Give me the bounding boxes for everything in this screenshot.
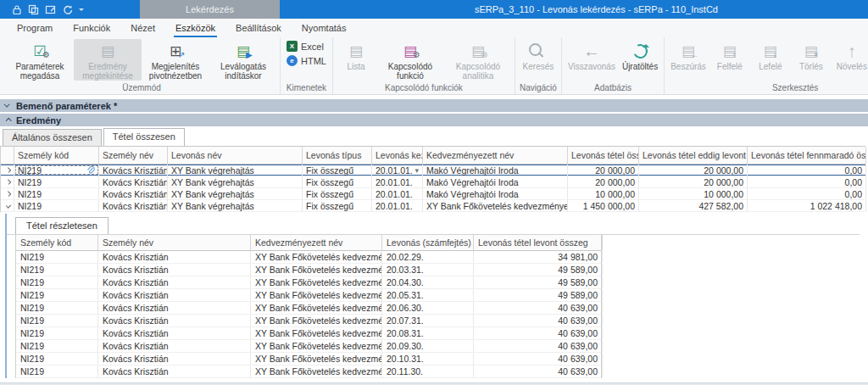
column-header[interactable]: Levonás tétel fennmaradó összeg <box>748 147 866 164</box>
context-tab-lekerdezes[interactable]: Lekérdezés <box>140 0 280 19</box>
ribbon-group-uzemmod: Paraméterek megadása Eredmény megtekinté… <box>3 37 281 94</box>
table-row[interactable]: NI219 Kovács Krisztián XY Bank Főkövetel… <box>16 327 601 340</box>
table-row[interactable]: NI219 Kovács Krisztián XY Bank végrehajt… <box>1 200 865 212</box>
column-header[interactable]: Levonás típus <box>303 147 372 164</box>
ribbon: Paraméterek megadása Eredmény megtekinté… <box>0 37 868 95</box>
search-mag-icon <box>521 40 555 62</box>
column-header[interactable]: Levonás tétel levont összeg <box>474 235 603 250</box>
column-header[interactable]: Levonás tétel összeg <box>568 147 639 164</box>
ribbon-button[interactable]: HTML <box>283 53 330 68</box>
chevron-up-icon <box>6 118 12 124</box>
ribbon-button: Lista <box>336 39 376 71</box>
table-row[interactable]: NI219 Kovács Krisztián XY Bank Főkövetel… <box>16 302 601 315</box>
ribbon-group-navigacio: Keresés Navigáció <box>515 37 562 94</box>
ribbon-button[interactable]: Excel <box>283 39 330 53</box>
master-grid-header: Személy kód Személy név Levonás név Levo… <box>1 147 865 165</box>
attachment-paperclip-icon[interactable] <box>86 165 95 175</box>
params-checklist-icon <box>9 40 70 62</box>
column-header[interactable]: Személy kód <box>16 235 98 250</box>
html-icon <box>287 55 298 66</box>
list-doc-icon <box>339 40 373 62</box>
ribbon-group-label: Navigáció <box>518 82 559 94</box>
table-row[interactable]: NI219 Kovács Krisztián XY Bank Főkövetel… <box>16 340 601 353</box>
date-dropdown-icon[interactable]: ▾ <box>415 166 419 175</box>
table-row[interactable]: NI219 Kovács Krisztián XY Bank végrehajt… <box>1 165 865 176</box>
menu-item[interactable]: Nyomtatás <box>292 19 357 37</box>
column-header[interactable]: Személy kód <box>14 147 99 164</box>
related-analytics-icon <box>448 40 509 62</box>
ribbon-group-adatbazis: Visszavonás Újratöltés Adatbázis <box>562 37 665 94</box>
ribbon-button: Keresés <box>518 39 559 71</box>
column-header[interactable]: Levonás kezdete <box>372 147 423 164</box>
undo-arrow-icon <box>568 40 615 62</box>
ribbon-group-label: Kimenetek <box>283 82 330 94</box>
result-tabs: Általános összesen Tétel összesen <box>0 126 868 146</box>
ribbon-button[interactable]: Újratöltés <box>619 39 661 71</box>
edit-window-icon[interactable] <box>45 4 56 15</box>
increase-icon <box>835 40 868 62</box>
section-header-eredmeny[interactable]: Eredmény <box>0 114 868 126</box>
master-grid: Személy kód Személy név Levonás név Levo… <box>0 146 865 212</box>
ribbon-button[interactable]: Kapcsolódó funkció <box>376 39 444 81</box>
detail-grid: Személy kód Személy név Kedvezményezett … <box>15 234 602 378</box>
menu-item[interactable]: Program <box>7 19 63 37</box>
row-expand-icon[interactable] <box>6 191 11 196</box>
column-header[interactable]: Személy név <box>98 235 251 250</box>
column-header[interactable]: Kedvezményezett név <box>423 147 568 164</box>
refresh-icon[interactable] <box>62 4 73 15</box>
detail-grid-header: Személy kód Személy név Kedvezményezett … <box>16 234 601 251</box>
menu-item[interactable]: Funkciók <box>63 19 120 37</box>
expand-column-header <box>1 147 14 164</box>
table-row[interactable]: NI219 Kovács Krisztián XY Bank végrehajt… <box>1 176 865 188</box>
ribbon-button: Visszavonás <box>565 39 619 71</box>
lock-icon[interactable] <box>12 4 22 15</box>
menu-item[interactable]: Nézet <box>120 19 165 37</box>
row-expand-icon[interactable] <box>6 167 11 172</box>
ribbon-button: Törlés <box>791 39 832 71</box>
result-view-icon <box>77 40 138 62</box>
ribbon-button[interactable]: Megjelenítés pivotnézetben <box>142 39 209 81</box>
ribbon-button: Kapcsolódó analitika <box>444 39 512 81</box>
table-row[interactable]: NI219 Kovács Krisztián XY Bank végrehajt… <box>1 188 865 200</box>
result-tab[interactable]: Általános összesen <box>3 129 102 146</box>
ribbon-group-label: Kapcsolódó funkciók <box>336 82 512 94</box>
menu-item[interactable]: Beállítások <box>225 19 292 37</box>
table-row[interactable]: NI219 Kovács Krisztián XY Bank Főkövetel… <box>16 353 601 365</box>
table-row[interactable]: NI219 Kovács Krisztián XY Bank Főkövetel… <box>16 315 601 327</box>
dropdown-caret-icon[interactable] <box>79 8 84 14</box>
autorun-list-icon <box>213 40 274 62</box>
table-row[interactable]: NI219 Kovács Krisztián XY Bank Főkövetel… <box>16 365 601 378</box>
table-row[interactable]: NI219 Kovács Krisztián XY Bank Főkövetel… <box>16 251 601 264</box>
reload-icon <box>622 40 658 62</box>
ribbon-button: Lefelé <box>750 39 791 71</box>
ribbon-group-szerkesztes: Beszúrás Felfelé Lefelé Törlés <box>665 37 868 94</box>
table-row[interactable]: NI219 Kovács Krisztián XY Bank Főkövetel… <box>16 276 601 289</box>
row-expand-icon[interactable] <box>6 179 11 184</box>
table-row[interactable]: NI219 Kovács Krisztián XY Bank Főkövetel… <box>16 289 601 302</box>
insert-row-icon <box>670 40 706 62</box>
window-title: sERPa_3_110 - Levonás lekérdezés - sERPa… <box>475 0 718 19</box>
detail-tab-tetel-reszletesen[interactable]: Tétel részletesen <box>15 217 108 234</box>
menubar: Program Funkciók Nézet Eszközök Beállítá… <box>0 19 868 37</box>
ribbon-group-kimenetek: Excel HTML Kimenetek <box>281 37 333 94</box>
ribbon-button[interactable]: Paraméterek megadása <box>6 39 74 81</box>
detail-region: Tétel részletesen Személy kód Személy né… <box>15 216 868 378</box>
ribbon-group-kapcsolodo-funkciok: Lista Kapcsolódó funkció Kapcsolódó anal… <box>333 37 515 94</box>
detail-grid-body: NI219 Kovács Krisztián XY Bank Főkövetel… <box>16 251 601 378</box>
master-grid-body: NI219 Kovács Krisztián XY Bank végrehajt… <box>1 165 865 212</box>
ribbon-button[interactable]: Leválogatás indításkor <box>209 39 277 81</box>
column-header[interactable]: Kedvezményezett név <box>251 235 382 250</box>
column-header[interactable]: Levonás (számfejtés) dátum <box>382 235 474 250</box>
table-row[interactable]: NI219 Kovács Krisztián XY Bank Főkövetel… <box>16 264 601 276</box>
result-tab[interactable]: Tétel összesen <box>103 128 185 146</box>
column-header[interactable]: Levonás név <box>168 147 303 164</box>
menu-item[interactable]: Eszközök <box>165 19 225 37</box>
column-header[interactable]: Személy név <box>99 147 168 164</box>
ribbon-button: Beszúrás <box>667 39 709 71</box>
section-header-bemeno-parameterek[interactable]: Bemenő paraméterek * <box>0 99 868 112</box>
related-function-icon <box>380 40 441 62</box>
ribbon-button: Felfelé <box>709 39 750 71</box>
copy-icon[interactable] <box>28 4 39 15</box>
column-header[interactable]: Levonás tétel eddig levont összeg <box>639 147 748 164</box>
row-expand-icon[interactable] <box>6 203 11 208</box>
